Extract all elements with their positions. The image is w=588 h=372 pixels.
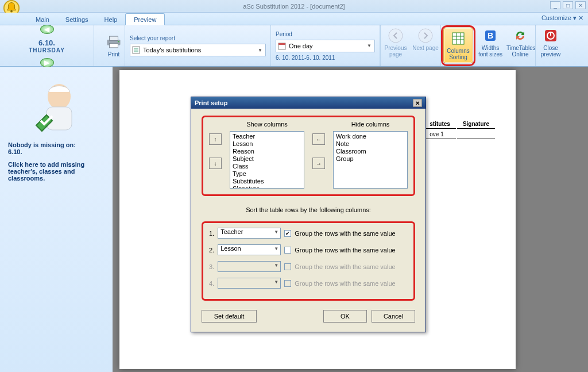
group-label: Group the rows with the same value: [295, 280, 395, 287]
show-columns-section: Show columns TeacherLessonReasonSubjectC…: [230, 121, 304, 189]
period-combo-value: One day: [289, 43, 313, 49]
hide-columns-list[interactable]: Work doneNoteClassroomGroup: [333, 131, 408, 189]
sidebar-add-link[interactable]: Click here to add missing teacher's, cla…: [8, 161, 105, 182]
ribbon-print-group: Print: [94, 25, 125, 66]
report-combo-value: Today's substitutions: [143, 47, 201, 53]
transfer-buttons: ← →: [312, 121, 325, 169]
cancel-button[interactable]: Cancel: [372, 310, 415, 323]
maximize-button[interactable]: □: [563, 1, 573, 9]
group-label: Group the rows with the same value: [295, 263, 395, 270]
sidebar-heading-1: Nobody is missing on:: [8, 141, 105, 148]
move-up-button[interactable]: ↑: [209, 133, 222, 145]
tab-settings[interactable]: Settings: [57, 14, 96, 25]
dialog-close-button[interactable]: ✕: [413, 99, 422, 107]
group-checkbox[interactable]: ✔: [284, 230, 291, 237]
set-default-button[interactable]: Set default: [202, 310, 257, 323]
report-combo[interactable]: Today's substitutions: [130, 44, 266, 56]
print-label: Print: [100, 51, 127, 57]
dialog-titlebar: Print setup ✕: [191, 97, 425, 109]
move-to-hide-button[interactable]: →: [312, 158, 325, 169]
close-window-button[interactable]: ✕: [575, 1, 586, 9]
table-header-signature: Signature: [457, 120, 495, 129]
timetables-label: TimeTables Online: [506, 45, 534, 57]
refresh-icon: [512, 28, 528, 44]
calendar-icon: [278, 42, 286, 50]
sort-row-number: 3.: [209, 263, 214, 270]
period-combo[interactable]: One day: [276, 40, 375, 52]
sort-row: 4. Group the rows with the same value: [209, 278, 408, 289]
sidebar-image: [25, 75, 88, 138]
svg-rect-14: [452, 33, 464, 44]
period-range: 6. 10. 2011-6. 10. 2011: [276, 55, 375, 61]
sort-combo[interactable]: Lesson: [218, 244, 281, 255]
hide-columns-label: Hide columns: [333, 121, 408, 128]
ribbon-report-group: Select your report Today's substitutions: [125, 25, 271, 66]
group-checkbox[interactable]: [284, 247, 291, 254]
svg-point-12: [389, 29, 403, 43]
tab-preview[interactable]: Preview: [125, 13, 165, 25]
group-label: Group the rows with the same value: [295, 230, 395, 237]
next-page-label: Next page: [412, 45, 439, 51]
preview-table-fragment: stitutesSignature ove 1: [423, 118, 496, 140]
table-header-substitutes: stitutes: [424, 120, 456, 129]
svg-rect-4: [110, 43, 118, 47]
table-cell-2: [457, 130, 495, 139]
prev-day-button[interactable]: ◀: [40, 25, 54, 34]
sort-row: 3. Group the rows with the same value: [209, 261, 408, 272]
svg-point-5: [118, 41, 119, 42]
window-title: aSc Substitution 2012 - [document2]: [243, 3, 345, 10]
print-setup-dialog: Print setup ✕ ↑ ↓ Show columns TeacherLe…: [191, 97, 426, 332]
window-titlebar: aSc Substitution 2012 - [document2] _ □ …: [0, 0, 588, 13]
dialog-buttons: Set default OK Cancel: [202, 310, 415, 323]
move-down-button[interactable]: ↓: [209, 158, 222, 169]
columns-sorting-highlight: Columns Sorting: [441, 25, 475, 66]
arrow-left-icon: [388, 28, 404, 44]
show-columns-list[interactable]: TeacherLessonReasonSubjectClassTypeSubst…: [230, 131, 304, 189]
sort-combo: [218, 278, 281, 289]
sort-combo[interactable]: Teacher: [218, 228, 281, 239]
show-columns-label: Show columns: [230, 121, 304, 128]
close-preview-label: Close preview: [537, 45, 564, 57]
dialog-title: Print setup: [195, 99, 227, 106]
columns-sorting-button[interactable]: Columns Sorting: [443, 28, 473, 63]
dialog-body: ↑ ↓ Show columns TeacherLessonReasonSubj…: [191, 109, 425, 332]
print-button[interactable]: Print: [99, 32, 129, 60]
close-preview-button[interactable]: Close preview: [536, 25, 566, 66]
next-day-button[interactable]: ▶: [40, 58, 54, 67]
customize-link[interactable]: Customize ▾ ✕: [541, 14, 583, 22]
sort-row-number: 4.: [209, 280, 214, 287]
sort-instruction: Sort the table rows by the following col…: [202, 206, 415, 213]
move-to-show-button[interactable]: ←: [312, 133, 325, 145]
prev-page-label: Previous page: [382, 45, 409, 57]
window-controls: _ □ ✕: [550, 1, 586, 9]
minimize-button[interactable]: _: [550, 1, 560, 9]
sort-frame: 1. Teacher ✔ Group the rows with the sam…: [202, 221, 415, 301]
reorder-buttons: ↑ ↓: [209, 121, 222, 169]
group-checkbox: [284, 263, 291, 270]
ribbon-period-group: Period One day 6. 10. 2011-6. 10. 2011: [271, 25, 380, 66]
sidebar-heading-2: 6.10.: [8, 148, 105, 155]
table-cell-1: ove 1: [424, 130, 456, 139]
sidebar: Nobody is missing on: 6.10. Click here t…: [0, 67, 113, 372]
sort-row: 1. Teacher ✔ Group the rows with the sam…: [209, 228, 408, 239]
date-number: 6.10.: [29, 39, 65, 47]
report-icon: [132, 46, 140, 54]
timetables-online-button[interactable]: TimeTables Online: [505, 25, 535, 66]
group-label: Group the rows with the same value: [295, 247, 395, 254]
current-date: 6.10. THURSDAY: [29, 39, 65, 53]
prev-page-button[interactable]: Previous page: [381, 25, 411, 66]
ok-button[interactable]: OK: [323, 310, 367, 323]
period-group-label: Period: [276, 31, 375, 37]
sort-row: 2. Lesson Group the rows with the same v…: [209, 244, 408, 255]
sort-row-number: 1.: [209, 230, 214, 237]
widths-button[interactable]: B Widths font sizes: [475, 25, 505, 66]
tab-main[interactable]: Main: [28, 14, 57, 25]
svg-text:B: B: [488, 31, 493, 40]
tab-help[interactable]: Help: [96, 14, 126, 25]
sort-combo: [218, 261, 281, 272]
group-checkbox: [284, 280, 291, 287]
report-group-label: Select your report: [130, 35, 266, 41]
next-page-button[interactable]: Next page: [411, 25, 440, 66]
columns-frame: ↑ ↓ Show columns TeacherLessonReasonSubj…: [202, 116, 415, 196]
svg-rect-3: [110, 36, 118, 40]
